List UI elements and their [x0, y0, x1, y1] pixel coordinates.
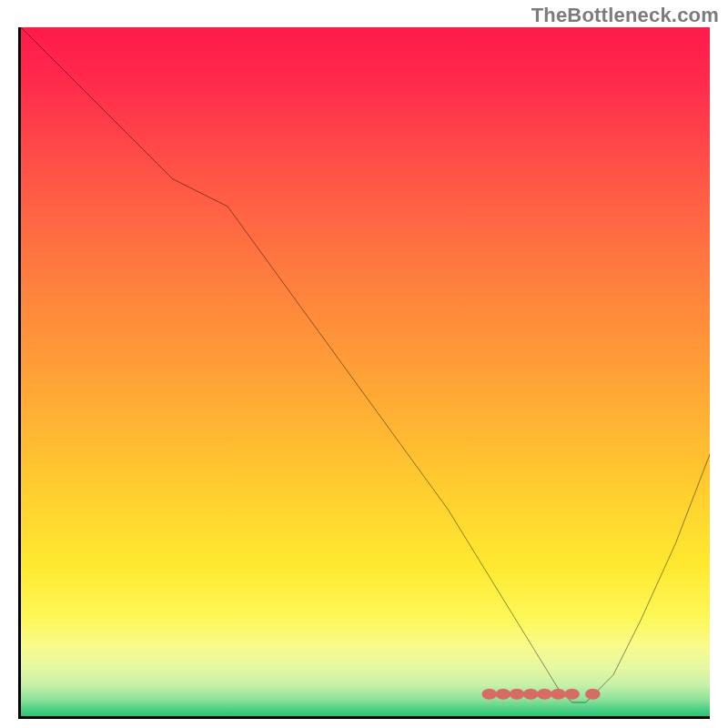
plot-area: [18, 27, 710, 719]
chart-background: [21, 27, 710, 716]
chart-container: TheBottleneck.com: [0, 0, 728, 728]
watermark-text: TheBottleneck.com: [531, 4, 719, 27]
svg-rect-0: [21, 27, 710, 716]
